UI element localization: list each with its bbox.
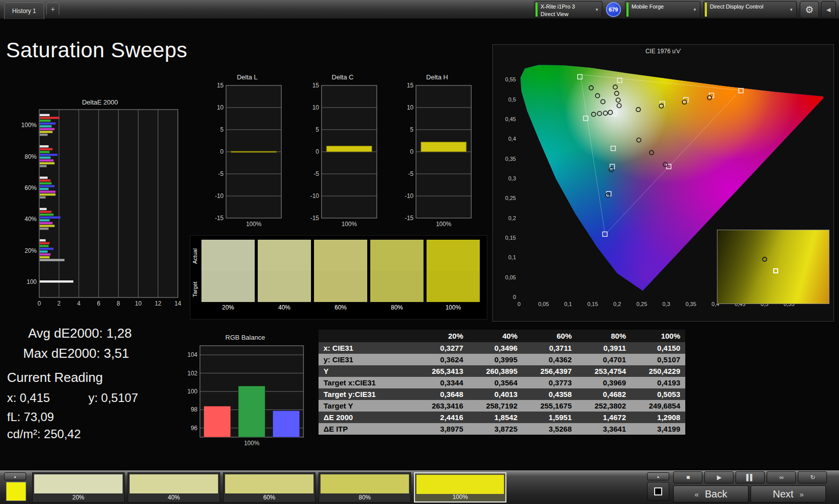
svg-text:100%: 100% (21, 122, 37, 129)
add-tab-button[interactable]: + (46, 3, 59, 15)
saturation-level-swatch (321, 474, 409, 493)
table-cell: 0,3648 (414, 388, 468, 400)
source-dropdown[interactable]: Mobile Forge ▼ (625, 1, 700, 18)
svg-text:0,05: 0,05 (505, 274, 516, 280)
deltae-chart-title: DeltaE 2000 (18, 98, 182, 106)
meter-count-badge[interactable]: 679 (606, 2, 621, 17)
svg-text:10: 10 (135, 300, 142, 307)
expand-controls-button[interactable]: ▲ (647, 472, 669, 480)
saturation-level-button-80[interactable]: 80% (319, 472, 411, 502)
table-cell: 0,3564 (468, 377, 522, 388)
swatch-level-label: 100% (427, 302, 480, 312)
saturation-level-swatch (34, 474, 123, 493)
chevron-down-icon: ▼ (595, 8, 599, 12)
tab-history-1[interactable]: History 1 (4, 3, 44, 19)
back-button[interactable]: « Back (673, 485, 749, 502)
svg-text:-10: -10 (405, 192, 414, 199)
actual-swatch (201, 240, 255, 271)
svg-text:0: 0 (220, 148, 224, 155)
svg-text:0,25: 0,25 (637, 301, 647, 307)
target-row-label: Target (192, 274, 199, 305)
collapse-panel-button[interactable]: ◀ (821, 1, 836, 18)
display-control-dropdown[interactable]: Direct Display Control ▼ (703, 1, 797, 18)
target-swatch (258, 271, 311, 302)
saturation-level-label: 80% (319, 494, 410, 501)
svg-text:-5: -5 (313, 170, 319, 177)
current-x-value: x: 0,415 (7, 391, 50, 405)
up-arrow-icon: ▲ (14, 475, 17, 478)
table-cell: 0,3344 (414, 377, 468, 388)
svg-text:4: 4 (77, 300, 81, 307)
swatch-level-label: 60% (314, 302, 367, 312)
table-row: Target Y263,3416258,7192255,1675252,3802… (319, 400, 685, 412)
saturation-level-swatch (225, 474, 313, 493)
svg-text:15: 15 (217, 82, 224, 89)
continuous-button[interactable]: ∞ (767, 471, 796, 483)
svg-text:0,2: 0,2 (508, 215, 516, 221)
inset-target-point (773, 268, 778, 273)
saturation-level-button-40[interactable]: 40% (128, 472, 220, 502)
svg-text:0,1: 0,1 (564, 301, 572, 307)
saturation-level-label: 20% (33, 494, 124, 501)
expand-patch-list-button[interactable]: ▲ (4, 472, 26, 480)
svg-text:0,3: 0,3 (508, 175, 516, 181)
svg-text:60%: 60% (25, 184, 37, 191)
table-row: Target y:CIE310,36480,40130,43580,46820,… (319, 388, 685, 400)
svg-text:-5: -5 (408, 170, 413, 177)
swatch-level-label: 40% (258, 302, 311, 312)
actual-row-label: Actual (192, 241, 199, 272)
saturation-level-button-60[interactable]: 60% (223, 472, 316, 502)
meter-dropdown[interactable]: X-Rite i1Pro 3 Direct View ▼ (534, 1, 602, 18)
table-cell: 0,3711 (522, 342, 577, 354)
svg-text:0,25: 0,25 (505, 195, 516, 201)
saturation-swatch-column: 100% (427, 240, 480, 312)
svg-text:10: 10 (312, 104, 320, 111)
svg-text:-15: -15 (215, 215, 224, 222)
saturation-level-label: 100% (415, 493, 505, 500)
table-cell: 1,2908 (631, 412, 685, 423)
table-cell: 0,4150 (631, 342, 685, 354)
svg-text:15: 15 (312, 82, 320, 89)
svg-text:-5: -5 (218, 170, 224, 177)
saturation-level-button-20[interactable]: 20% (32, 472, 125, 502)
plus-icon: + (51, 5, 55, 13)
table-cell: 250,4229 (631, 365, 685, 377)
current-y-value: y: 0,5107 (88, 391, 138, 405)
play-button[interactable]: ▶ (704, 471, 733, 483)
actual-target-swatch-panel: Actual Target 20%40%60%80%100% (190, 235, 487, 320)
table-header-cell: 40% (468, 330, 522, 342)
svg-text:20%: 20% (25, 247, 37, 254)
next-button[interactable]: Next » (751, 485, 826, 502)
svg-text:0,4: 0,4 (508, 136, 516, 142)
target-swatch (314, 271, 367, 302)
settings-button[interactable]: ⚙ (800, 1, 819, 18)
reset-button[interactable]: ↻ (798, 471, 827, 483)
stop-button[interactable]: ■ (673, 471, 702, 483)
saturation-level-button-100[interactable]: 100% (414, 472, 506, 502)
pattern-window-button[interactable] (647, 482, 669, 501)
table-cell: 255,1675 (522, 400, 577, 412)
table-cell: 256,4397 (522, 365, 577, 377)
table-row-label: Y (319, 365, 414, 377)
table-header-cell: 100% (631, 330, 685, 342)
saturation-swatch-column: 20% (201, 240, 255, 312)
actual-swatch (258, 240, 311, 271)
play-icon: ▶ (717, 474, 721, 481)
svg-text:10: 10 (407, 104, 414, 111)
pause-button[interactable]: ▌▌ (736, 471, 765, 483)
svg-text:12: 12 (155, 300, 162, 307)
svg-text:0,5: 0,5 (508, 96, 516, 103)
target-swatch (427, 271, 480, 302)
svg-text:10: 10 (217, 104, 224, 111)
gear-icon: ⚙ (805, 4, 813, 16)
max-de2000-value: Max dE2000: 3,51 (23, 346, 129, 361)
svg-text:104: 104 (187, 351, 197, 358)
table-cell: 260,3895 (468, 365, 522, 377)
svg-text:5: 5 (220, 126, 224, 133)
table-cell: 265,3413 (414, 365, 468, 377)
delta-l-chart: 151050-5-10-15100% (209, 81, 285, 229)
table-cell: 2,4416 (414, 412, 468, 423)
table-row: Y265,3413260,3895256,4397253,4754250,422… (319, 365, 685, 377)
badge-value: 679 (609, 7, 618, 13)
table-row: ΔE 20002,44161,85421,59511,46721,2908 (319, 412, 685, 423)
